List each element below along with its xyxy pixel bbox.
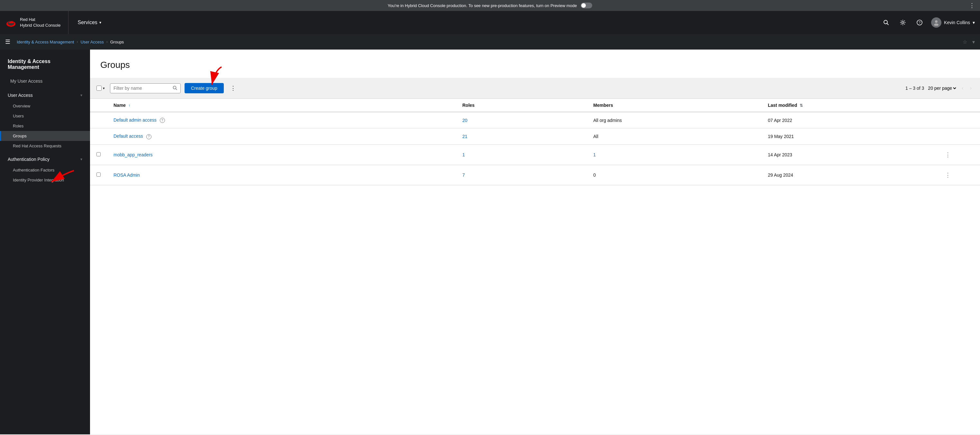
table-body: Default admin access ? 20 All org admins…: [90, 112, 980, 185]
table-row: Default admin access ? 20 All org admins…: [90, 112, 980, 128]
sidebar-item-users[interactable]: Users: [0, 111, 90, 121]
user-chevron-icon: ▾: [973, 20, 975, 25]
th-last-modified: Last modified ⇅: [761, 99, 936, 112]
th-roles: Roles: [456, 99, 587, 112]
svg-point-8: [934, 24, 939, 26]
breadcrumb-sep1: ›: [76, 40, 78, 44]
main-layout: Identity & Access Management My User Acc…: [0, 49, 980, 434]
notification-more-icon[interactable]: ⋮: [969, 2, 975, 9]
header: Red Hat Hybrid Cloud Console Services ▾ …: [0, 11, 980, 34]
row3-checkbox[interactable]: [97, 152, 101, 156]
table-row: Default access ? 21 All 19 May 2021: [90, 128, 980, 145]
th-members: Members: [587, 99, 761, 112]
toolbar-kebab-button[interactable]: ⋮: [228, 83, 239, 93]
row1-name[interactable]: Default admin access ?: [107, 112, 456, 128]
preview-mode-toggle[interactable]: [581, 3, 592, 8]
search-icon[interactable]: [881, 18, 891, 28]
sidebar-item-roles[interactable]: Roles: [0, 121, 90, 131]
row4-last-modified: 29 Aug 2024: [761, 165, 936, 185]
services-chevron-icon: ▾: [99, 20, 101, 25]
row3-members[interactable]: 1: [587, 145, 761, 165]
sidebar-item-redhat-access-requests[interactable]: Red Hat Access Requests: [0, 141, 90, 151]
row1-help-icon[interactable]: ?: [160, 118, 165, 123]
row2-roles[interactable]: 21: [456, 128, 587, 145]
create-group-button[interactable]: Create group: [185, 83, 224, 93]
row1-checkbox-cell: [90, 112, 107, 128]
row4-roles[interactable]: 7: [456, 165, 587, 185]
row4-kebab-button[interactable]: ⋮: [942, 170, 953, 180]
row2-help-icon[interactable]: ?: [146, 134, 151, 139]
row1-last-modified: 07 Apr 2022: [761, 112, 936, 128]
row2-checkbox-cell: [90, 128, 107, 145]
row2-members: All: [587, 128, 761, 145]
sidebar-item-my-user-access[interactable]: My User Access: [0, 75, 90, 87]
pagination-next-button[interactable]: ›: [968, 84, 974, 92]
select-all-checkbox[interactable]: [97, 86, 102, 91]
row2-actions: [936, 128, 980, 145]
sidebar-auth-policy-chevron-icon: ▾: [80, 157, 82, 161]
row3-last-modified: 14 Apr 2023: [761, 145, 936, 165]
svg-line-3: [887, 24, 889, 25]
th-name: Name ↑: [107, 99, 456, 112]
header-right: ? Kevin Collins ▾: [881, 18, 975, 28]
user-menu[interactable]: Kevin Collins ▾: [931, 18, 975, 28]
row1-actions: [936, 112, 980, 128]
create-group-wrapper: Create group: [185, 83, 224, 93]
row1-roles[interactable]: 20: [456, 112, 587, 128]
last-modified-sort-icon[interactable]: ⇅: [800, 103, 803, 108]
content-inner: Groups: [90, 49, 980, 70]
row4-name[interactable]: ROSA Admin: [107, 165, 456, 185]
row3-kebab-button[interactable]: ⋮: [942, 150, 953, 159]
filter-input-wrap: [110, 83, 181, 93]
settings-icon[interactable]: [898, 18, 908, 28]
table-header-row: Name ↑ Roles Members Last modified ⇅: [90, 99, 980, 112]
filter-input[interactable]: [113, 86, 171, 91]
svg-point-4: [902, 22, 904, 24]
breadcrumb-caret-icon[interactable]: ▾: [972, 39, 975, 45]
breadcrumb-iam[interactable]: Identity & Access Management: [17, 40, 74, 45]
row2-name[interactable]: Default access ?: [107, 128, 456, 145]
sidebar-section-user-access-header[interactable]: User Access ▾: [0, 89, 90, 101]
content-area: Groups ▾: [90, 49, 980, 434]
sidebar-section-auth-policy-header[interactable]: Authentication Policy ▾: [0, 153, 90, 165]
redhat-logo-icon: [5, 17, 17, 28]
pagination-prev-button[interactable]: ‹: [960, 84, 965, 92]
row4-checkbox[interactable]: [97, 172, 101, 177]
sidebar-item-groups[interactable]: Groups: [0, 131, 90, 141]
pagination-wrap: 1 – 3 of 3 20 per page 10 per page 50 pe…: [905, 84, 974, 92]
sidebar-item-idp-integration[interactable]: Identity Provider Integration: [0, 175, 90, 185]
select-dropdown-btn[interactable]: ▾: [102, 86, 106, 91]
groups-table: Name ↑ Roles Members Last modified ⇅: [90, 99, 980, 185]
breadcrumb-current: Groups: [110, 40, 124, 45]
user-avatar: [931, 18, 942, 28]
sidebar-title: Identity & Access Management: [0, 56, 90, 75]
notification-bar: You're in Hybrid Cloud Console productio…: [0, 0, 980, 11]
th-actions: [936, 99, 980, 112]
sidebar-item-auth-factors[interactable]: Authentication Factors: [0, 165, 90, 175]
row3-roles[interactable]: 1: [456, 145, 587, 165]
sidebar-section-user-access: User Access ▾ Overview Users Roles Group…: [0, 89, 90, 151]
svg-text:?: ?: [919, 21, 921, 24]
row4-actions: ⋮: [936, 165, 980, 185]
services-menu[interactable]: Services ▾: [74, 17, 105, 28]
table-row: ROSA Admin 7 0 29 Aug 2024 ⋮: [90, 165, 980, 185]
user-name: Kevin Collins: [944, 20, 970, 25]
name-sort-icon[interactable]: ↑: [128, 103, 130, 108]
row4-members: 0: [587, 165, 761, 185]
star-icon[interactable]: ☆: [963, 39, 967, 45]
pagination-text: 1 – 3 of 3: [905, 86, 924, 91]
sidebar-section-auth-policy: Authentication Policy ▾ Authentication F…: [0, 153, 90, 185]
row3-name[interactable]: mobb_app_readers: [107, 145, 456, 165]
notification-text: You're in Hybrid Cloud Console productio…: [388, 3, 577, 8]
sidebar-item-overview[interactable]: Overview: [0, 101, 90, 111]
row4-checkbox-cell[interactable]: [90, 165, 107, 185]
logo-text: Red Hat Hybrid Cloud Console: [20, 17, 60, 28]
row3-checkbox-cell[interactable]: [90, 145, 107, 165]
pagination-select[interactable]: 20 per page 10 per page 50 per page: [927, 85, 957, 91]
svg-line-10: [176, 88, 177, 90]
svg-point-7: [935, 20, 937, 23]
help-icon[interactable]: ?: [915, 18, 925, 28]
hamburger-icon[interactable]: ☰: [5, 38, 10, 45]
breadcrumb-user-access[interactable]: User Access: [80, 40, 103, 45]
sidebar-user-access-chevron-icon: ▾: [80, 93, 82, 97]
